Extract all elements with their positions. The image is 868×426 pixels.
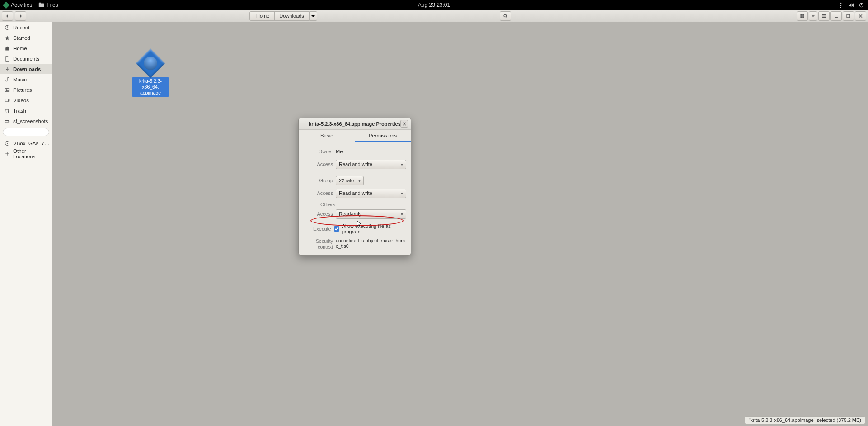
sidebar-item-sf-screenshots[interactable]: sf_screenshots — [0, 116, 52, 126]
sidebar-item-label: Trash — [13, 108, 26, 114]
sidebar-item-label: sf_screenshots — [13, 118, 48, 124]
sidebar-item-starred[interactable]: Starred — [0, 33, 52, 43]
svg-rect-7 — [800, 16, 802, 18]
sidebar-item-trash[interactable]: Trash — [0, 105, 52, 116]
path-home[interactable]: Home — [249, 11, 274, 21]
close-icon — [402, 122, 407, 126]
sidebar-rename-input[interactable] — [3, 128, 49, 136]
owner-label: Owner — [303, 149, 333, 154]
svg-rect-13 — [5, 99, 9, 102]
disc-icon — [5, 141, 10, 146]
close-icon — [858, 14, 863, 19]
search-button[interactable] — [500, 11, 511, 21]
owner-access-label: Access — [303, 161, 333, 167]
security-context-label: Security context — [303, 238, 333, 250]
svg-rect-0 — [39, 3, 44, 7]
svg-point-17 — [7, 142, 8, 143]
network-icon[interactable] — [838, 2, 844, 8]
menu-icon — [821, 14, 826, 19]
sidebar-item-pictures[interactable]: Pictures — [0, 85, 52, 95]
sidebar: Recent Starred Home Documents Downloads … — [0, 22, 52, 426]
power-icon[interactable] — [859, 2, 864, 8]
svg-rect-9 — [847, 14, 850, 18]
sidebar-item-music[interactable]: Music — [0, 74, 52, 85]
gnome-top-panel: Activities Files Aug 23 23:01 — [0, 0, 868, 10]
group-access-select[interactable]: Read and write — [336, 189, 406, 198]
minimize-button[interactable] — [830, 11, 842, 21]
activities-icon — [3, 1, 10, 9]
grid-icon — [800, 14, 805, 19]
group-access-label: Access — [303, 190, 333, 196]
download-icon — [5, 66, 10, 72]
execute-row: Execute Allow executing file as program — [303, 223, 406, 234]
clock[interactable]: Aug 23 23:01 — [418, 2, 450, 8]
trash-icon — [5, 108, 10, 114]
app-menu-files[interactable]: Files — [38, 2, 58, 8]
owner-access-select[interactable]: Read and write — [336, 160, 406, 169]
others-heading: Others — [303, 202, 406, 207]
sidebar-item-documents[interactable]: Documents — [0, 53, 52, 64]
owner-value: Me — [336, 149, 406, 154]
properties-dialog: krita-5.2.3-x86_64.appimage Properties B… — [298, 118, 411, 256]
drive-icon — [5, 118, 10, 124]
file-item-krita-appimage[interactable]: krita-5.2.3-x86_64.appimage — [132, 48, 169, 97]
sidebar-item-label: Recent — [13, 25, 29, 30]
home-icon — [5, 46, 10, 51]
window-close-button[interactable] — [855, 11, 866, 21]
path-dropdown[interactable] — [309, 11, 317, 21]
view-dropdown-button[interactable] — [809, 11, 817, 21]
back-button[interactable] — [2, 11, 13, 21]
dialog-close-button[interactable] — [400, 120, 408, 128]
video-icon — [5, 98, 10, 103]
forward-button[interactable] — [15, 11, 26, 21]
security-context-value: unconfined_u:object_r:user_home_t:s0 — [336, 238, 406, 249]
search-icon — [503, 14, 508, 19]
dialog-title: krita-5.2.3-x86_64.appimage Properties — [309, 121, 401, 127]
sidebar-item-label: VBox_GAs_7… — [13, 141, 50, 146]
activities-label: Activities — [11, 2, 32, 8]
activities-button[interactable]: Activities — [4, 2, 32, 8]
volume-icon[interactable] — [848, 2, 854, 8]
group-select[interactable]: 22halo — [336, 176, 364, 185]
maximize-button[interactable] — [843, 11, 854, 21]
sidebar-item-home[interactable]: Home — [0, 43, 52, 53]
view-grid-button[interactable] — [797, 11, 808, 21]
sidebar-item-label: Downloads — [13, 66, 41, 72]
file-label: krita-5.2.3-x86_64.appimage — [132, 77, 169, 97]
music-icon — [5, 77, 10, 82]
sidebar-item-label: Music — [13, 77, 27, 82]
maximize-icon — [846, 14, 851, 19]
sidebar-item-recent[interactable]: Recent — [0, 22, 52, 33]
execute-text: Allow executing file as program — [342, 223, 406, 234]
sidebar-item-vbox-gas[interactable]: VBox_GAs_7… — [0, 138, 52, 148]
svg-rect-8 — [802, 16, 804, 18]
dialog-titlebar[interactable]: krita-5.2.3-x86_64.appimage Properties — [299, 118, 411, 130]
star-icon — [5, 35, 10, 41]
others-access-select[interactable]: Read-only — [336, 209, 406, 219]
sidebar-item-other-locations[interactable]: Other Locations — [0, 148, 52, 159]
files-window: Home Downloads — [0, 10, 868, 426]
hamburger-menu-button[interactable] — [818, 11, 830, 21]
svg-rect-1 — [39, 2, 41, 3]
execute-checkbox[interactable] — [334, 226, 339, 232]
sidebar-item-downloads[interactable]: Downloads — [0, 64, 52, 74]
group-label: Group — [303, 178, 333, 183]
sidebar-item-videos[interactable]: Videos — [0, 95, 52, 105]
path-bar: Home Downloads — [249, 11, 317, 21]
plus-icon — [5, 151, 10, 156]
path-downloads[interactable]: Downloads — [274, 11, 309, 21]
sidebar-item-label: Other Locations — [13, 148, 47, 159]
app-menu-label: Files — [47, 2, 58, 8]
tab-permissions[interactable]: Permissions — [355, 130, 411, 142]
sidebar-item-label: Documents — [13, 56, 39, 62]
sidebar-item-label: Home — [13, 46, 27, 51]
status-bar: "krita-5.2.3-x86_64.appimage" selected (… — [745, 416, 865, 424]
tab-basic[interactable]: Basic — [299, 130, 355, 142]
others-access-label: Access — [303, 211, 333, 217]
file-view[interactable]: krita-5.2.3-x86_64.appimage "krita-5.2.3… — [52, 22, 868, 426]
chevron-down-icon — [310, 12, 317, 19]
dialog-tabs: Basic Permissions — [299, 130, 411, 142]
toolbar: Home Downloads — [0, 10, 868, 22]
sidebar-item-label: Starred — [13, 35, 30, 41]
clock-icon — [5, 25, 10, 30]
